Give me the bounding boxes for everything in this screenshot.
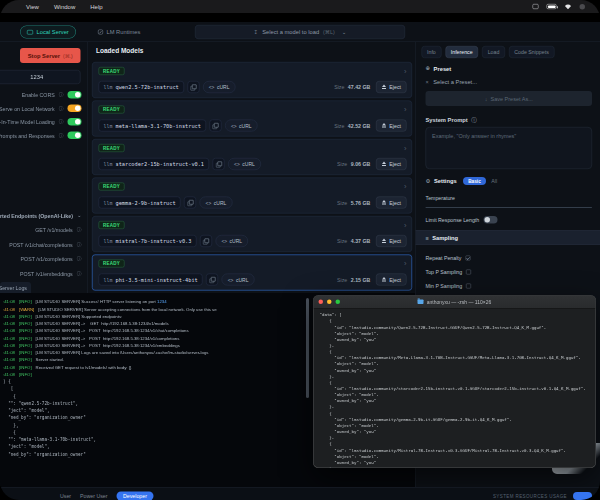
model-card-bottom: llmphi-3.5-mini-instruct-4bit<>cURLSize2… <box>99 273 407 286</box>
log-level: [INFO] <box>19 350 32 355</box>
copy-button[interactable] <box>213 158 225 170</box>
eject-button[interactable]: Eject <box>376 235 407 247</box>
checkbox[interactable] <box>466 270 471 275</box>
sampling-section-header: ≡ Sampling <box>416 230 600 245</box>
limit-response-toggle[interactable] <box>484 216 498 224</box>
endpoints-header[interactable]: Supported Endpoints (OpenAI-Like)⌄ <box>0 208 88 223</box>
settings-mode-basic[interactable]: Basic <box>463 177 486 185</box>
control-center-icon[interactable] <box>580 4 586 10</box>
wifi-icon[interactable] <box>565 4 572 10</box>
toggle-switch[interactable] <box>68 118 82 126</box>
curl-button[interactable]: <>cURL <box>225 120 258 132</box>
close-window-button[interactable] <box>319 300 324 305</box>
sampling-option[interactable]: Min P Sampling <box>426 279 593 293</box>
settings-mode-all[interactable]: All <box>491 178 497 184</box>
sampling-option[interactable]: Repeat Penalty <box>426 251 593 265</box>
system-prompt-input[interactable] <box>426 127 593 169</box>
mode-developer[interactable]: Developer <box>117 491 154 500</box>
log-timestamp: :41:08 <box>3 328 15 333</box>
model-loader-dropdown[interactable]: ↧ Select a model to load (⌘L) ⌄ <box>195 25 405 39</box>
eject-button[interactable]: Eject <box>376 158 407 170</box>
zoom-window-button[interactable] <box>336 300 341 305</box>
toggle-switch[interactable] <box>68 91 82 99</box>
model-name-pill[interactable]: llmstarcoder2-15b-instruct-v0.1 <box>99 158 210 170</box>
model-card-bottom: llmqwen2.5-72b-instruct<>cURLSize47.42 G… <box>99 81 407 94</box>
info-icon: ⓘ <box>59 105 64 112</box>
terminal-titlebar[interactable]: anthonyxu — -zsh — 110×26 <box>314 296 596 309</box>
curl-button[interactable]: <>cURL <box>222 274 255 286</box>
local-server-tab[interactable]: Local Server <box>20 26 76 39</box>
curl-button[interactable]: <>cURL <box>228 158 261 170</box>
code-icon: <> <box>221 238 227 244</box>
copy-button[interactable] <box>209 120 221 132</box>
copy-button[interactable] <box>187 81 199 93</box>
menu-item-help[interactable]: Help <box>90 3 102 10</box>
curl-button[interactable]: <>cURL <box>200 197 233 209</box>
copy-button[interactable] <box>200 235 212 247</box>
model-card[interactable]: READY›llmmistral-7b-instruct-v0.3<>cURLS… <box>92 216 412 252</box>
model-name-pill[interactable]: llmgemma-2-9b-instruct <box>99 197 181 209</box>
stop-server-button[interactable]: Stop Server (⌘.) <box>20 48 81 63</box>
lm-runtimes-label: LM Runtimes <box>107 29 141 35</box>
terminal-output[interactable]: "data": [ { "id": "lmstudio-community/Qw… <box>314 309 596 469</box>
resources-badge[interactable] <box>573 492 592 500</box>
setting-label: Log Prompts and Responses <box>0 132 55 138</box>
lm-runtimes-tab[interactable]: LM Runtimes <box>98 26 140 39</box>
eject-icon <box>381 200 386 205</box>
model-card-bottom: llmstarcoder2-15b-instruct-v0.1<>cURLSiz… <box>99 158 407 171</box>
menu-item-window[interactable]: Window <box>54 3 75 10</box>
console-scrollbar[interactable] <box>306 298 309 398</box>
sampling-icon: ≡ <box>426 235 429 241</box>
temperature-slider[interactable] <box>426 207 593 208</box>
eject-button[interactable]: Eject <box>376 274 407 286</box>
server-logs-tab[interactable]: Server Logs <box>0 282 31 293</box>
copy-button[interactable] <box>184 197 196 209</box>
checkbox[interactable] <box>465 256 470 261</box>
tab-info[interactable]: Info <box>422 46 442 58</box>
tab-load[interactable]: Load <box>482 46 505 58</box>
endpoint-label: POST /v1/completions <box>21 256 73 262</box>
toggle-knob <box>485 217 491 223</box>
mode-power-user[interactable]: Power User <box>80 493 107 499</box>
eject-button[interactable]: Eject <box>376 120 407 132</box>
preset-select[interactable]: × Select a Preset... <box>426 79 478 85</box>
log-level: [INFO] <box>19 364 32 369</box>
server-port-input[interactable] <box>0 70 81 84</box>
save-preset-button[interactable]: ↓ Save Preset As... <box>426 91 593 106</box>
screen-mirroring-icon[interactable] <box>533 4 539 9</box>
window-controls <box>319 300 341 305</box>
model-name-pill[interactable]: llmphi-3.5-mini-instruct-4bit <box>99 274 203 286</box>
model-card[interactable]: READY›llmstarcoder2-15b-instruct-v0.1<>c… <box>92 139 412 175</box>
copy-button[interactable] <box>206 274 218 286</box>
mode-user[interactable]: User <box>60 493 71 499</box>
curl-button[interactable]: <>cURL <box>215 235 248 247</box>
model-card[interactable]: READY›llmqwen2.5-72b-instruct<>cURLSize4… <box>92 62 412 98</box>
model-card[interactable]: READY›llmgemma-2-9b-instruct<>cURLSize5.… <box>92 178 412 214</box>
eject-button[interactable]: Eject <box>376 81 407 93</box>
menu-item-view[interactable]: View <box>26 3 39 10</box>
curl-button[interactable]: <>cURL <box>203 81 236 93</box>
toggle-switch[interactable] <box>68 105 82 113</box>
model-card[interactable]: READY›llmmeta-llama-3.1-70b-instruct<>cU… <box>92 101 412 137</box>
model-name-pill[interactable]: llmmistral-7b-instruct-v0.3 <box>99 235 197 247</box>
sampling-option[interactable]: Top P Sampling <box>426 265 593 279</box>
model-name-pill[interactable]: llmmeta-llama-3.1-70b-instruct <box>99 120 206 132</box>
checkbox[interactable] <box>466 284 471 289</box>
terminal-window[interactable]: anthonyxu — -zsh — 110×26 "data": [ { "i… <box>313 295 596 468</box>
user-mode-selector: UserPower UserDeveloper <box>60 491 153 500</box>
menu-bar: ViewWindowHelp <box>0 0 600 13</box>
info-icon: ⓘ <box>471 116 477 124</box>
model-name-pill[interactable]: llmqwen2.5-72b-instruct <box>99 81 184 93</box>
model-card[interactable]: READY›llmphi-3.5-mini-instruct-4bit<>cUR… <box>92 255 412 291</box>
minimize-window-button[interactable] <box>327 300 332 305</box>
log-level: [INFO] <box>19 372 32 377</box>
tab-code-snippets[interactable]: Code Snippets <box>509 46 554 58</box>
eject-label: Eject <box>389 84 401 90</box>
battery-icon[interactable] <box>547 4 557 9</box>
close-icon[interactable]: × <box>426 79 429 85</box>
toggle-switch[interactable] <box>68 132 82 140</box>
tab-inference[interactable]: Inference <box>445 46 478 58</box>
eject-button[interactable]: Eject <box>376 197 407 209</box>
size-value: 47.42 GB <box>348 84 370 90</box>
status-bar-right: SYSTEM RESOURCES USAGE <box>493 492 592 500</box>
